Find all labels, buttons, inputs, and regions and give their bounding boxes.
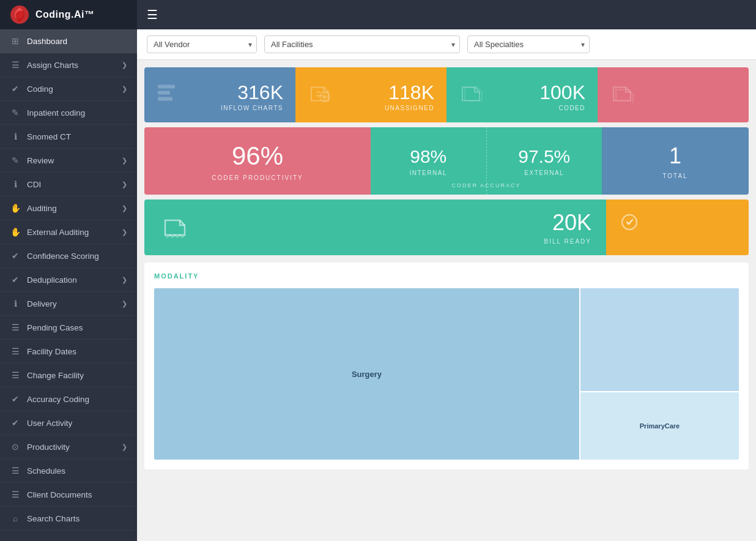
inflow-card[interactable]: 316K INFLOW CHARTS [144,67,295,122]
modality-surgery-label: Surgery [352,370,382,379]
facility-select[interactable]: All Facilities [264,35,460,53]
content-area: All Vendor All Facilities All Specialtie… [137,29,756,541]
sidebar-icon-client-documents: ☰ [10,490,21,499]
productivity-label: CODER PRODUCTIVITY [212,174,303,181]
sidebar-item-left-dashboard: ⊞ Dashboard [10,36,67,46]
modality-primary-block [580,288,739,391]
sidebar-item-external-auditing[interactable]: ✋ External Auditing ❯ [0,220,137,244]
orange-card2-icon [618,211,645,244]
productivity-card[interactable]: 96% CODER PRODUCTIVITY [144,127,371,195]
sidebar-item-left-productivity: ⊙ Productivity [10,442,70,452]
sidebar-item-search-charts[interactable]: ⌕ Search Charts [0,507,137,531]
accuracy-bottom-label: CODER ACCURACY [451,182,521,188]
filter-bar: All Vendor All Facilities All Specialtie… [137,29,756,60]
sidebar-label-change-facility: Change Facility [27,371,84,380]
chevron-icon-delivery: ❯ [122,300,127,308]
sidebar-label-snomed-ct: Snomed CT [27,132,71,141]
sidebar-icon-productivity: ⊙ [10,442,21,452]
sidebar-item-snomed-ct[interactable]: ℹ Snomed CT [0,125,137,149]
accuracy-card[interactable]: 98% INTERNAL 97.5% EXTERNAL CODER ACCURA… [371,127,602,195]
stats-row-2: 96% CODER PRODUCTIVITY 98% INTERNAL 97.5… [144,127,749,195]
coded-label: CODED [558,105,585,111]
modality-primary-care-label: PrimaryCare [640,422,680,430]
sidebar-item-client-documents[interactable]: ☰ Client Documents [0,483,137,507]
sidebar-label-coding-accuracy: Accuracy Coding [27,395,89,404]
chevron-icon-productivity: ❯ [122,443,127,451]
sidebar-item-review[interactable]: ✎ Review ❯ [0,149,137,173]
app-logo [10,5,29,24]
inflow-label: INFLOW CHARTS [221,105,283,111]
sidebar: Coding.Ai™ ⊞ Dashboard ☰ Assign Charts ❯… [0,0,137,541]
sidebar-item-schedules[interactable]: ☰ Schedules [0,459,137,483]
sidebar-item-left-review: ✎ Review [10,155,54,165]
bill-ready-icon [159,209,190,245]
sidebar-label-user-activity: User Activity [27,419,72,428]
sidebar-item-facility-dates[interactable]: ☰ Facility Dates [0,340,137,364]
svg-rect-2 [158,91,170,95]
sidebar-icon-pending-cases: ☰ [10,323,21,332]
sidebar-label-pending-cases: Pending Cases [27,323,83,332]
coded-value: 100K [539,83,585,102]
sidebar-icon-user-activity: ✔ [10,418,21,428]
orange-card2[interactable] [606,200,749,255]
sidebar-item-left-delivery: ℹ Delivery [10,299,57,308]
modality-surgery-block: Surgery [154,288,579,460]
card4[interactable] [598,67,749,122]
vendor-filter-wrap: All Vendor [147,35,257,53]
sidebar-item-assign-charts[interactable]: ☰ Assign Charts ❯ [0,53,137,77]
modality-title: MODALITY [154,272,739,280]
sidebar-label-facility-dates: Facility Dates [27,347,76,356]
sidebar-icon-change-facility: ☰ [10,370,21,380]
sidebar-item-coding-accuracy[interactable]: ✔ Accuracy Coding [0,387,137,411]
main-content: ☰ All Vendor All Facilities All Specialt… [137,0,756,541]
sidebar-item-change-facility[interactable]: ☰ Change Facility [0,364,137,387]
coded-icon [458,79,484,111]
vendor-select[interactable]: All Vendor [147,35,257,53]
sidebar-item-confidence-scoring[interactable]: ✔ Confidence Scoring [0,244,137,268]
sidebar-item-pending-cases[interactable]: ☰ Pending Cases [0,316,137,340]
sidebar-item-left-cdi: ℹ CDI [10,179,41,189]
unassigned-card[interactable]: 118K UNASSIGNED [295,67,447,122]
sidebar-label-review: Review [27,156,54,165]
sidebar-item-inpatient-coding[interactable]: ✎ Inpatient coding [0,101,137,125]
sidebar-item-productivity[interactable]: ⊙ Productivity ❯ [0,435,137,459]
sidebar-item-delivery[interactable]: ℹ Delivery ❯ [0,292,137,316]
unassigned-label: UNASSIGNED [385,105,434,111]
sidebar-item-cdi[interactable]: ℹ CDI ❯ [0,173,137,196]
bill-ready-value: 20K [544,210,591,236]
sidebar-label-deduplication: Deduplication [27,275,77,285]
topbar: ☰ [137,0,756,29]
sidebar-label-coding: Coding [27,84,53,94]
chevron-icon-assign-charts: ❯ [122,61,127,69]
coded-card[interactable]: 100K CODED [447,67,598,122]
sidebar-item-dashboard[interactable]: ⊞ Dashboard [0,29,137,53]
total-value: 1 [669,143,681,169]
sidebar-label-assign-charts: Assign Charts [27,61,78,70]
sidebar-icon-coding: ✔ [10,84,21,94]
sidebar-header: Coding.Ai™ [0,0,137,29]
sidebar-icon-delivery: ℹ [10,299,21,308]
accuracy-external-value: 97.5% [518,146,570,167]
sidebar-item-coding[interactable]: ✔ Coding ❯ [0,77,137,101]
bill-ready-card[interactable]: 20K BILL READY [144,200,606,255]
svg-rect-1 [158,85,175,89]
sidebar-label-external-auditing: External Auditing [27,228,89,237]
sidebar-item-user-activity[interactable]: ✔ User Activity [0,411,137,435]
sidebar-item-auditing[interactable]: ✋ Auditing ❯ [0,196,137,220]
bill-ready-text: 20K BILL READY [544,210,591,245]
total-card[interactable]: 1 TOTAL [602,127,749,195]
inflow-value: 316K [237,83,283,102]
sidebar-item-deduplication[interactable]: ✔ Deduplication ❯ [0,268,137,292]
sidebar-item-left-client-documents: ☰ Client Documents [10,490,92,499]
sidebar-item-left-search-charts: ⌕ Search Charts [10,513,80,523]
hamburger-icon[interactable]: ☰ [147,7,158,22]
specialty-select[interactable]: All Specialties [467,35,590,53]
sidebar-item-left-confidence-scoring: ✔ Confidence Scoring [10,251,99,261]
card4-icon [609,79,636,111]
sidebar-label-search-charts: Search Charts [27,514,80,523]
sidebar-item-left-facility-dates: ☰ Facility Dates [10,346,76,356]
sidebar-icon-facility-dates: ☰ [10,346,21,356]
chevron-icon-auditing: ❯ [122,204,127,212]
facility-filter-wrap: All Facilities [264,35,460,53]
sidebar-label-dashboard: Dashboard [27,37,67,46]
